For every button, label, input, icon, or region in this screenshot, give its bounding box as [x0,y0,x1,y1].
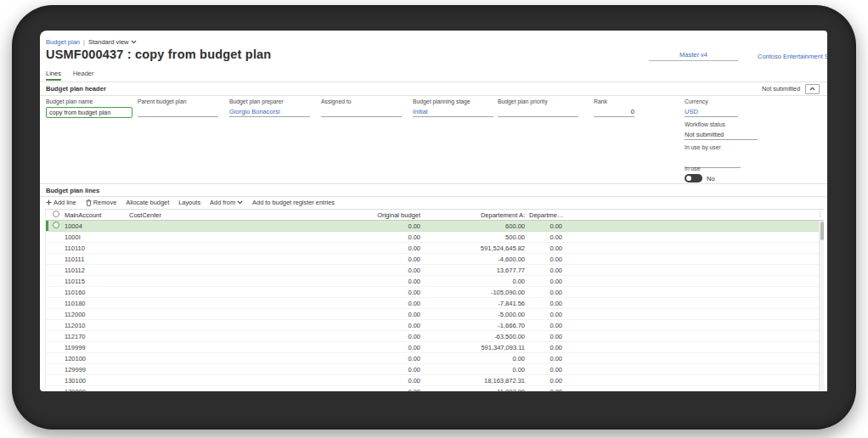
cell-dept-a[interactable]: -1,666.70 [420,322,525,329]
cell-dept-b[interactable]: 0.00 [525,333,562,340]
cell-original-budget[interactable]: 0.00 [280,366,420,373]
table-row[interactable]: 10004 0.00 600.00 0.00 [46,221,824,232]
grid-options-icon[interactable]: ⋮ [817,211,823,216]
allocate-budget-button[interactable]: Allocate budget [126,199,169,206]
cell-dept-b[interactable]: 0.00 [525,377,562,385]
cell-main-account[interactable]: 112170 [65,333,129,340]
budget-planning-stage-link[interactable]: Initial [413,107,493,117]
budget-plan-preparer-link[interactable]: Giorgio Bonacorsi [229,107,310,117]
row-radio[interactable] [53,222,59,228]
cell-main-account[interactable]: 129999 [65,366,129,373]
cell-original-budget[interactable]: 0.00 [280,355,420,362]
collapse-section-button[interactable] [805,84,820,94]
cell-dept-a[interactable]: 500.00 [420,233,525,241]
cell-main-account[interactable]: 130100 [65,377,129,385]
cell-original-budget[interactable]: 0.00 [280,388,420,392]
budget-plan-name-input[interactable]: copy from budget plan [46,107,132,118]
remove-button[interactable]: Remove [86,199,117,206]
cell-dept-a[interactable]: 591,347,093.11 [420,344,525,351]
cell-dept-a[interactable]: 600.00 [420,222,525,230]
table-row[interactable]: 130800 0.00 11,002.00 0.00 [46,386,824,391]
cell-dept-b[interactable]: 0.00 [525,256,562,263]
layouts-button[interactable]: Layouts [178,199,200,206]
cell-dept-a[interactable]: -7,841.56 [420,300,525,307]
cell-main-account[interactable]: 110110 [65,244,129,252]
cell-original-budget[interactable]: 0.00 [280,222,420,230]
cell-dept-b[interactable]: 0.00 [525,355,562,362]
table-row[interactable]: 112010 0.00 -1,666.70 0.00 [46,320,824,331]
table-row[interactable]: 110112 0.00 13,677.77 0.00 [46,265,824,276]
select-all-radio[interactable] [53,211,59,217]
company-link[interactable]: Contoso Entertainment System [758,53,827,60]
cell-dept-a[interactable]: 591,524,645.82 [420,244,525,252]
cell-dept-b[interactable]: 0.00 [525,388,562,392]
cell-main-account[interactable]: 130800 [65,388,129,392]
add-line-button[interactable]: Add line [46,199,76,206]
column-header-original-budget[interactable]: Original budget [280,211,420,219]
add-from-button[interactable]: Add from [210,199,243,206]
table-row[interactable]: 129999 0.00 0.00 0.00 [46,364,824,375]
cell-dept-b[interactable]: 0.00 [525,300,562,307]
cell-original-budget[interactable]: 0.00 [280,244,420,252]
budget-plan-priority-input[interactable] [498,107,578,117]
cell-dept-a[interactable]: 13,677.77 [420,267,525,274]
cell-original-budget[interactable]: 0.00 [280,333,420,340]
table-row[interactable]: 119999 0.00 591,347,093.11 0.00 [46,342,824,353]
cell-dept-a[interactable]: 0.00 [420,355,525,362]
cell-dept-b[interactable]: 0.00 [525,311,562,318]
tab-header[interactable]: Header [73,70,94,81]
cell-dept-b[interactable]: 0.00 [525,233,562,241]
cell-original-budget[interactable]: 0.00 [280,267,420,274]
cell-original-budget[interactable]: 0.00 [280,278,420,285]
cell-dept-a[interactable]: 11,002.00 [420,388,525,392]
cell-dept-b[interactable]: 0.00 [525,322,562,329]
cell-main-account[interactable]: 120100 [65,355,129,362]
currency-link[interactable]: USD [685,107,738,117]
assigned-to-input[interactable] [321,107,402,117]
cell-original-budget[interactable]: 0.00 [280,377,420,385]
cell-dept-b[interactable]: 0.00 [525,366,562,373]
cell-main-account[interactable]: 110115 [65,278,129,285]
cell-dept-b[interactable]: 0.00 [525,289,562,296]
cell-main-account[interactable]: 112010 [65,322,129,329]
add-to-budget-register-entries-button[interactable]: Add to budget register entries [252,199,335,206]
cell-dept-a[interactable]: -5,000.00 [420,311,525,318]
table-row[interactable]: 110115 0.00 0.00 0.00 [46,276,824,287]
column-header-dept-a[interactable]: Departement A: [420,211,525,219]
table-row[interactable]: 130100 0.00 18,163,872.31 0.00 [46,375,824,386]
in-use-toggle[interactable] [685,174,702,182]
cell-main-account[interactable]: 110160 [65,289,129,296]
cell-dept-a[interactable]: 18,163,872.31 [420,377,525,385]
cell-dept-b[interactable]: 0.00 [525,344,562,351]
cell-original-budget[interactable]: 0.00 [280,300,420,307]
cell-dept-a[interactable]: -105,090.00 [420,289,525,296]
column-header-dept-b[interactable]: Departme… [525,211,566,219]
cell-dept-a[interactable]: 0.00 [420,366,525,373]
scrollbar-thumb[interactable] [820,222,824,240]
cell-dept-a[interactable]: -63,500.00 [420,333,525,340]
table-row[interactable]: 110160 0.00 -105,090.00 0.00 [46,287,824,298]
cell-main-account[interactable]: 119999 [65,344,129,351]
table-row[interactable]: 110111 0.00 -4,600.00 0.00 [46,254,824,265]
cell-main-account[interactable]: 1000I [65,233,129,241]
table-row[interactable]: 1000I 0.00 500.00 0.00 [46,232,824,243]
cell-dept-a[interactable]: -4,600.00 [420,256,525,263]
cell-main-account[interactable]: 110111 [65,256,129,263]
cell-dept-a[interactable]: 0.00 [420,278,525,285]
cell-original-budget[interactable]: 0.00 [280,233,420,241]
view-selector[interactable]: Standard view [88,38,137,46]
tab-lines[interactable]: Lines [46,70,61,81]
table-row[interactable]: 112000 0.00 -5,000.00 0.00 [46,309,824,320]
cell-dept-b[interactable]: 0.00 [525,222,562,230]
table-row[interactable]: 112170 0.00 -63,500.00 0.00 [46,331,824,342]
rank-input[interactable]: 0 [594,107,634,117]
breadcrumb-budget-plan-link[interactable]: Budget plan [46,38,80,46]
cell-dept-b[interactable]: 0.00 [525,267,562,274]
column-header-cost-center[interactable]: CostCenter [129,211,280,219]
parent-budget-plan-input[interactable] [138,107,218,117]
cell-main-account[interactable]: 112000 [65,311,129,318]
table-row[interactable]: 110180 0.00 -7,841.56 0.00 [46,298,824,309]
cell-main-account[interactable]: 110112 [65,267,129,274]
cell-dept-b[interactable]: 0.00 [525,278,562,285]
grid-vertical-scrollbar[interactable] [819,221,824,391]
